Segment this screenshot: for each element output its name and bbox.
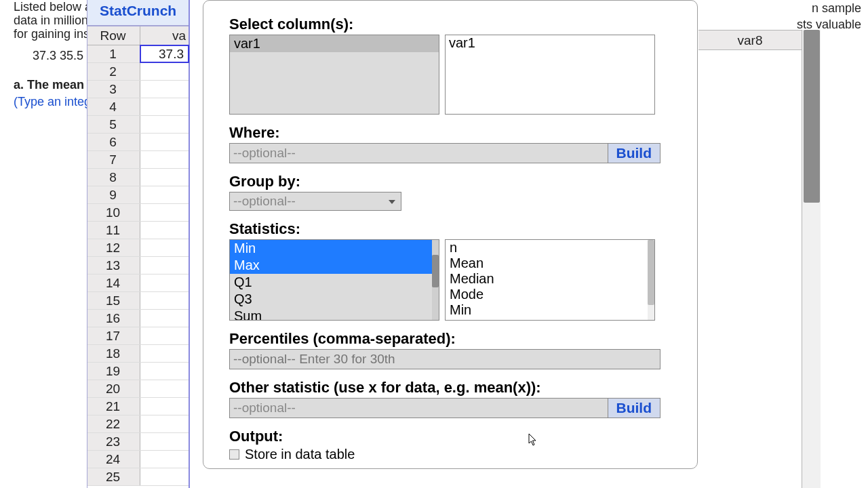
output-label: Output:: [229, 428, 671, 445]
cell[interactable]: [140, 98, 189, 115]
table-row[interactable]: 20: [87, 380, 189, 398]
statistics-available-listbox[interactable]: MinMaxQ1Q3Sum: [229, 239, 439, 321]
table-row[interactable]: 15: [87, 292, 189, 310]
cell[interactable]: [140, 292, 189, 309]
table-row[interactable]: 4: [87, 98, 189, 116]
table-row[interactable]: 6: [87, 134, 189, 151]
table-row[interactable]: 10: [87, 204, 189, 222]
row-number: 6: [87, 134, 140, 150]
groupby-dropdown[interactable]: --optional--: [229, 192, 401, 211]
cell[interactable]: [140, 327, 189, 344]
other-build-button[interactable]: Build: [608, 398, 661, 418]
table-row[interactable]: 14: [87, 274, 189, 292]
list-item[interactable]: var1: [230, 35, 439, 52]
table-row[interactable]: 19: [87, 363, 189, 380]
cell[interactable]: [140, 274, 189, 291]
table-row[interactable]: 22: [87, 415, 189, 433]
cell[interactable]: [140, 63, 189, 80]
vertical-scrollbar[interactable]: [802, 30, 821, 488]
col-header-var8[interactable]: var8: [698, 30, 802, 50]
row-number: 2: [87, 63, 140, 80]
statistics-label: Statistics:: [229, 220, 671, 238]
table-row[interactable]: 5: [87, 116, 189, 134]
table-row[interactable]: 25: [87, 468, 189, 486]
spreadsheet-rows: 137.323456789101112131415161718192021222…: [87, 45, 189, 486]
row-number: 4: [87, 98, 140, 115]
cell[interactable]: [140, 415, 189, 432]
cell[interactable]: [140, 433, 189, 450]
row-number: 14: [87, 274, 140, 291]
list-item[interactable]: n: [446, 240, 654, 256]
table-row[interactable]: 2: [87, 63, 189, 81]
table-row[interactable]: 16: [87, 310, 189, 327]
list-item[interactable]: Min: [446, 302, 654, 318]
available-columns-listbox[interactable]: var1: [229, 35, 439, 115]
cell[interactable]: [140, 116, 189, 133]
stats-right-thumb[interactable]: [648, 240, 654, 305]
table-row[interactable]: 12: [87, 239, 189, 257]
chosen-columns-listbox[interactable]: var1: [445, 35, 655, 115]
row-number: 19: [87, 363, 140, 380]
store-in-table-checkbox[interactable]: [229, 449, 239, 460]
row-number: 23: [87, 433, 140, 450]
other-statistic-label: Other statistic (use x for data, e.g. me…: [229, 379, 671, 396]
summary-stats-dialog: Select column(s): var1 var1 Where: Build…: [203, 0, 698, 469]
list-item[interactable]: Min: [230, 240, 439, 257]
row-number: 13: [87, 257, 140, 274]
cell[interactable]: [140, 310, 189, 327]
list-item[interactable]: Mean: [446, 256, 654, 271]
cell[interactable]: [140, 468, 189, 485]
cell[interactable]: [140, 151, 189, 168]
stats-left-scrollbar[interactable]: [432, 240, 439, 320]
scrollbar-thumb[interactable]: [804, 30, 820, 203]
app-title: StatCrunch: [87, 0, 189, 26]
table-row[interactable]: 24: [87, 451, 189, 468]
percentiles-input[interactable]: [229, 349, 660, 369]
cell[interactable]: [140, 134, 189, 150]
table-row[interactable]: 3: [87, 81, 189, 98]
cell[interactable]: [140, 363, 189, 380]
cell[interactable]: [140, 239, 189, 256]
list-item[interactable]: Q1: [230, 274, 439, 291]
list-item[interactable]: var1: [449, 35, 651, 51]
table-row[interactable]: 8: [87, 169, 189, 186]
statistics-selected-listbox[interactable]: nMeanMedianModeMin: [445, 239, 655, 321]
list-item[interactable]: Median: [446, 271, 654, 287]
row-number: 10: [87, 204, 140, 221]
list-item[interactable]: Q3: [230, 291, 439, 308]
stats-left-thumb[interactable]: [432, 255, 439, 287]
cell[interactable]: [140, 257, 189, 274]
cell[interactable]: [140, 169, 189, 186]
table-row[interactable]: 9: [87, 186, 189, 204]
cell[interactable]: [140, 380, 189, 397]
cell[interactable]: [140, 222, 189, 239]
list-item[interactable]: Max: [230, 257, 439, 274]
row-number: 8: [87, 169, 140, 186]
table-row[interactable]: 7: [87, 151, 189, 169]
cell[interactable]: [140, 186, 189, 203]
table-row[interactable]: 23: [87, 433, 189, 451]
store-in-table-label: Store in data table: [245, 447, 355, 462]
table-row[interactable]: 18: [87, 345, 189, 363]
cell[interactable]: [140, 398, 189, 415]
row-number: 12: [87, 239, 140, 256]
list-item[interactable]: Sum: [230, 308, 439, 321]
cell[interactable]: [140, 345, 189, 362]
row-number: 18: [87, 345, 140, 362]
other-statistic-input[interactable]: [229, 398, 608, 418]
where-label: Where:: [229, 124, 671, 142]
table-row[interactable]: 17: [87, 327, 189, 345]
table-row[interactable]: 11: [87, 222, 189, 239]
table-row[interactable]: 13: [87, 257, 189, 274]
table-row[interactable]: 137.3: [87, 45, 189, 63]
where-build-button[interactable]: Build: [608, 143, 661, 163]
cell[interactable]: [140, 81, 189, 98]
cell[interactable]: [140, 451, 189, 468]
cell[interactable]: 37.3: [140, 45, 189, 63]
list-item[interactable]: Mode: [446, 287, 654, 302]
cell[interactable]: [140, 204, 189, 221]
bg-text-type: (Type an integ: [14, 94, 91, 110]
where-input[interactable]: [229, 143, 608, 163]
stats-right-scrollbar[interactable]: [648, 240, 654, 320]
table-row[interactable]: 21: [87, 398, 189, 415]
